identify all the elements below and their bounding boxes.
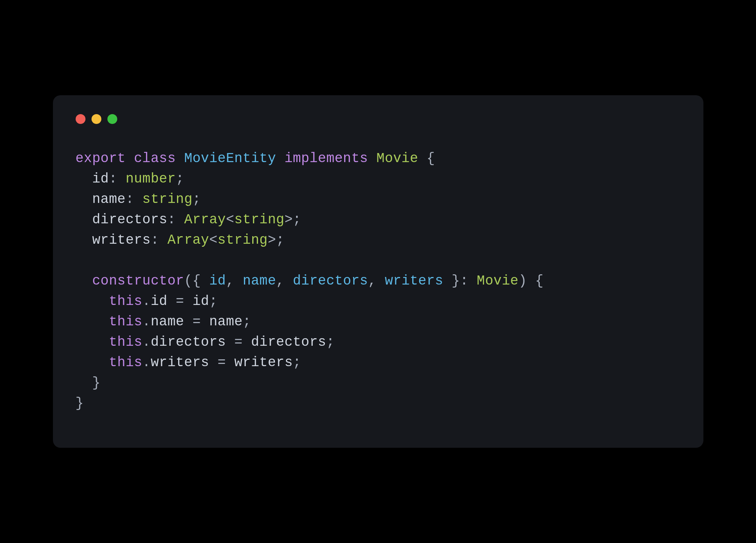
keyword-implements: implements [284,151,368,166]
keyword-this: this [109,334,142,350]
constructor-keyword: constructor [92,273,184,289]
interface-name: Movie [376,151,418,166]
indent [76,294,109,309]
code-window: export class MovieEntity implements Movi… [53,95,703,448]
angle-bracket-gt: > [284,212,293,227]
keyword-this: this [109,314,142,330]
type-number: number [126,171,176,187]
property-id: id [92,171,109,187]
comma: , [276,273,284,289]
keyword-this: this [109,294,142,309]
code-content: export class MovieEntity implements Movi… [76,149,681,414]
indent [76,334,109,350]
type-string: string [217,232,268,248]
indent [76,375,92,391]
class-name: MovieEntity [184,151,276,166]
property-name: name [151,314,184,330]
param-name: name [243,273,276,289]
comma: , [368,273,376,289]
property-directors: directors [151,334,226,350]
window-control-close[interactable] [76,114,85,124]
indent [76,314,109,330]
value-id: id [192,294,209,309]
property-name: name [92,192,126,207]
type-array: Array [184,212,226,227]
constructor-close-brace: } [92,375,101,391]
type-movie: Movie [477,273,519,289]
type-string: string [234,212,285,227]
destructure-close: } [452,273,460,289]
equals: = [176,294,184,309]
indent [76,192,92,207]
dot: . [142,294,151,309]
dot: . [142,334,151,350]
semicolon: ; [209,294,217,309]
angle-bracket-lt: < [209,232,217,248]
semicolon: ; [176,171,184,187]
colon: : [460,273,468,289]
close-paren: ) [518,273,527,289]
open-paren: ( [184,273,192,289]
value-writers: writers [234,355,293,370]
class-close-brace: } [76,396,84,411]
semicolon: ; [326,334,335,350]
angle-bracket-lt: < [226,212,234,227]
semicolon: ; [192,192,201,207]
keyword-class: class [134,151,176,166]
dot: . [142,314,151,330]
colon: : [126,192,134,207]
property-id: id [151,294,167,309]
property-writers: writers [151,355,209,370]
window-control-minimize[interactable] [92,114,101,124]
value-directors: directors [251,334,326,350]
property-directors: directors [92,212,168,227]
colon: : [151,232,159,248]
param-id: id [209,273,226,289]
param-writers: writers [385,273,443,289]
colon: : [109,171,117,187]
indent [76,171,92,187]
equals: = [217,355,226,370]
colon: : [168,212,176,227]
indent [76,232,92,248]
equals: = [192,314,201,330]
body-open-brace: { [535,273,543,289]
destructure-open: { [192,273,201,289]
window-controls [76,114,681,124]
angle-bracket-gt: > [268,232,276,248]
type-array: Array [168,232,210,248]
keyword-export: export [76,151,126,166]
indent [76,273,92,289]
semicolon: ; [243,314,251,330]
equals: = [234,334,243,350]
comma: , [226,273,234,289]
semicolon: ; [276,232,284,248]
dot: . [142,355,151,370]
semicolon: ; [293,212,301,227]
type-string: string [142,192,192,207]
property-writers: writers [92,232,151,248]
open-brace: { [427,151,435,166]
window-control-maximize[interactable] [107,114,117,124]
indent [76,212,92,227]
keyword-this: this [109,355,142,370]
param-directors: directors [293,273,368,289]
value-name: name [209,314,242,330]
semicolon: ; [293,355,301,370]
indent [76,355,109,370]
